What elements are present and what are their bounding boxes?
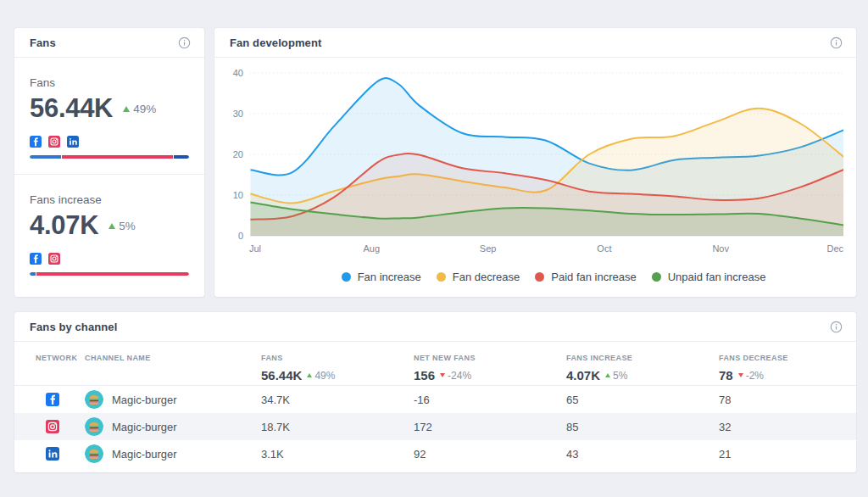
column-total: 156-24% bbox=[414, 368, 566, 383]
x-axis-label-dec: Dec bbox=[826, 243, 843, 254]
metric-change: 5% bbox=[119, 220, 136, 232]
chart-legend: Fan increaseFan decreasePaid fan increas… bbox=[257, 271, 850, 283]
legend-dot bbox=[437, 272, 446, 282]
facebook-icon[interactable] bbox=[30, 253, 42, 265]
column-header-fans-decrease[interactable]: FANS DECREASE78-2% bbox=[719, 354, 856, 383]
legend-label: Paid fan increase bbox=[551, 271, 636, 283]
y-axis-label: 30 bbox=[233, 109, 243, 119]
cell-fans: 18.7K bbox=[261, 421, 414, 433]
legend-label: Fan increase bbox=[358, 271, 421, 283]
cell-network bbox=[36, 393, 85, 406]
metric-section-fans: Fans56.44K49% bbox=[14, 58, 204, 174]
cell-fans-decrease: 78 bbox=[719, 394, 856, 406]
info-icon[interactable] bbox=[178, 36, 191, 49]
cell-fans-increase: 43 bbox=[566, 448, 719, 461]
metric-delta: 49% bbox=[123, 103, 156, 115]
metric-label: Fans bbox=[30, 76, 189, 89]
x-axis-label-oct: Oct bbox=[597, 243, 611, 254]
instagram-icon[interactable] bbox=[48, 253, 60, 265]
fans-by-channel-card: Fans by channel NETWORKCHANNEL NAMEFANS5… bbox=[14, 312, 856, 472]
channel-name: Magic-burger bbox=[112, 448, 177, 461]
metric-value: 4.07K bbox=[30, 211, 98, 240]
bar-segment-instagram bbox=[36, 272, 189, 276]
channel-avatar bbox=[85, 390, 103, 409]
legend-item-paid-fan-increase[interactable]: Paid fan increase bbox=[535, 271, 636, 283]
channel-name: Magic-burger bbox=[112, 421, 177, 433]
legend-item-unpaid-fan-increase[interactable]: Unpaid fan increase bbox=[652, 271, 766, 283]
cell-channel-name: Magic-burger bbox=[85, 390, 261, 409]
table-body: Magic-burger34.7K-166578 Magic-burger18.… bbox=[14, 386, 856, 467]
instagram-icon[interactable] bbox=[48, 136, 60, 148]
fans-metrics: Fans56.44K49%Fans increase4.07K5% bbox=[14, 58, 204, 291]
linkedin-icon[interactable] bbox=[67, 136, 79, 148]
metric-change: 49% bbox=[133, 103, 156, 115]
channel-name: Magic-burger bbox=[112, 394, 177, 406]
fans-by-channel-header: Fans by channel bbox=[14, 312, 856, 342]
chart-svg: 010203040JulAugSepOctNovDec bbox=[214, 58, 856, 261]
channel-avatar bbox=[85, 444, 103, 463]
facebook-icon bbox=[46, 393, 59, 406]
bar-segment-linkedin bbox=[174, 155, 189, 159]
cell-channel-name: Magic-burger bbox=[85, 417, 261, 436]
network-distribution-bar bbox=[30, 272, 189, 276]
cell-fans-decrease: 32 bbox=[719, 421, 856, 433]
cell-net-new-fans: 172 bbox=[414, 421, 566, 433]
column-header-network[interactable]: NETWORK bbox=[36, 354, 85, 362]
fan-development-title: Fan development bbox=[230, 36, 321, 49]
cell-net-new-fans: 92 bbox=[414, 448, 566, 461]
table-row-instagram[interactable]: Magic-burger18.7K1728532 bbox=[14, 413, 856, 440]
up-arrow-icon bbox=[108, 223, 115, 229]
x-axis-label-sep: Sep bbox=[480, 243, 497, 254]
legend-label: Fan decrease bbox=[453, 271, 520, 283]
cell-network bbox=[36, 420, 85, 433]
column-header-fans[interactable]: FANS56.44K49% bbox=[261, 354, 414, 383]
cell-fans-decrease: 21 bbox=[719, 448, 856, 461]
cell-network bbox=[36, 447, 85, 461]
x-axis-label-aug: Aug bbox=[364, 243, 381, 254]
bar-segment-instagram bbox=[62, 155, 173, 159]
metric-section-fans-increase: Fans increase4.07K5% bbox=[14, 174, 204, 291]
info-icon[interactable] bbox=[830, 321, 843, 333]
column-header-channel-name[interactable]: CHANNEL NAME bbox=[85, 354, 261, 362]
metric-value-row: 4.07K5% bbox=[30, 211, 189, 240]
x-axis-label-jul: Jul bbox=[249, 243, 261, 254]
metric-delta: 5% bbox=[108, 220, 136, 232]
table-row-linkedin[interactable]: Magic-burger3.1K924321 bbox=[14, 440, 856, 467]
y-axis-label: 10 bbox=[233, 190, 243, 200]
channel-avatar bbox=[85, 417, 103, 436]
cell-channel-name: Magic-burger bbox=[85, 444, 261, 463]
up-arrow-icon bbox=[307, 373, 312, 377]
linkedin-icon bbox=[46, 447, 59, 461]
info-icon[interactable] bbox=[830, 36, 843, 49]
metric-value-row: 56.44K49% bbox=[30, 94, 189, 123]
table-row-facebook[interactable]: Magic-burger34.7K-166578 bbox=[14, 386, 856, 413]
up-arrow-icon bbox=[605, 373, 610, 377]
cell-fans: 34.7K bbox=[261, 394, 414, 406]
fans-by-channel-title: Fans by channel bbox=[30, 321, 117, 333]
bar-segment-facebook bbox=[30, 272, 36, 276]
legend-item-fan-decrease[interactable]: Fan decrease bbox=[437, 271, 520, 283]
network-icons bbox=[30, 253, 189, 265]
fans-card-header: Fans bbox=[14, 28, 204, 58]
up-arrow-icon bbox=[123, 106, 130, 112]
cell-net-new-fans: -16 bbox=[414, 394, 566, 406]
fans-card: Fans Fans56.44K49%Fans increase4.07K5% bbox=[14, 28, 204, 297]
network-distribution-bar bbox=[30, 155, 189, 159]
network-icons bbox=[30, 136, 189, 148]
column-total: 56.44K49% bbox=[261, 368, 414, 383]
fan-development-header: Fan development bbox=[214, 28, 856, 58]
column-header-net-new-fans[interactable]: NET NEW FANS156-24% bbox=[414, 354, 566, 383]
cell-fans-increase: 85 bbox=[566, 421, 719, 433]
legend-item-fan-increase[interactable]: Fan increase bbox=[342, 271, 421, 283]
column-total: 78-2% bbox=[719, 368, 856, 383]
y-axis-label: 40 bbox=[233, 68, 243, 78]
facebook-icon[interactable] bbox=[30, 136, 42, 148]
column-total: 4.07K5% bbox=[566, 368, 719, 383]
y-axis-label: 20 bbox=[233, 149, 243, 159]
column-header-fans-increase[interactable]: FANS INCREASE4.07K5% bbox=[566, 354, 719, 383]
fan-development-chart: 010203040JulAugSepOctNovDec bbox=[214, 58, 856, 261]
legend-dot bbox=[535, 272, 544, 282]
metric-value: 56.44K bbox=[30, 94, 113, 123]
y-axis-label: 0 bbox=[238, 231, 243, 241]
cell-fans: 3.1K bbox=[261, 448, 414, 461]
